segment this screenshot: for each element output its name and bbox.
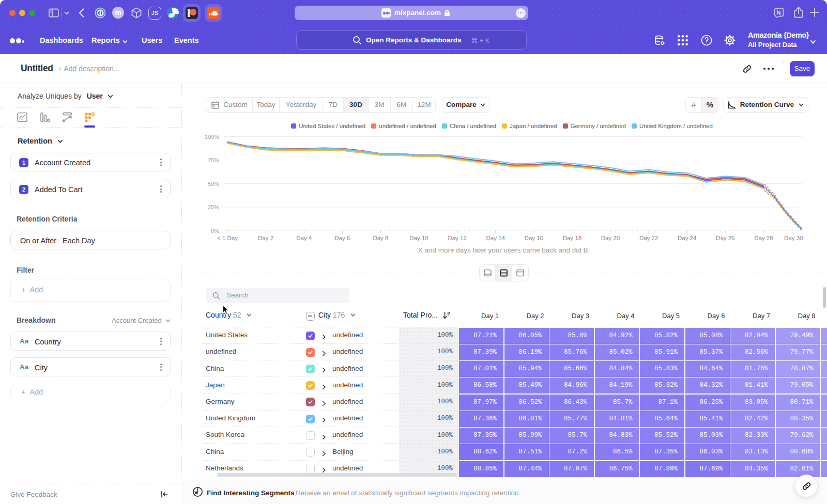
svg-text:Day 12: Day 12 <box>448 235 466 241</box>
svg-text:Day 16: Day 16 <box>525 235 543 241</box>
svg-text:Day 10: Day 10 <box>409 235 428 241</box>
svg-text:100%: 100% <box>205 134 219 140</box>
svg-text:Day 28: Day 28 <box>754 235 773 241</box>
svg-text:0%: 0% <box>211 228 219 234</box>
svg-text:Day 6: Day 6 <box>334 235 350 241</box>
svg-text:75%: 75% <box>208 157 219 163</box>
svg-text:Day 8: Day 8 <box>373 235 388 241</box>
svg-text:Day 18: Day 18 <box>563 235 581 241</box>
svg-text:Day 30: Day 30 <box>784 235 803 241</box>
svg-text:Day 14: Day 14 <box>486 235 505 241</box>
svg-text:Day 26: Day 26 <box>716 235 734 241</box>
svg-text:50%: 50% <box>208 181 219 187</box>
svg-text:25%: 25% <box>208 204 219 210</box>
svg-text:Day 4: Day 4 <box>296 235 312 241</box>
svg-text:Day 24: Day 24 <box>678 235 697 241</box>
svg-text:Day 2: Day 2 <box>258 235 273 241</box>
svg-text:< 1 Day: < 1 Day <box>217 235 238 241</box>
svg-text:Day 20: Day 20 <box>601 235 620 241</box>
svg-text:Day 22: Day 22 <box>639 235 658 241</box>
